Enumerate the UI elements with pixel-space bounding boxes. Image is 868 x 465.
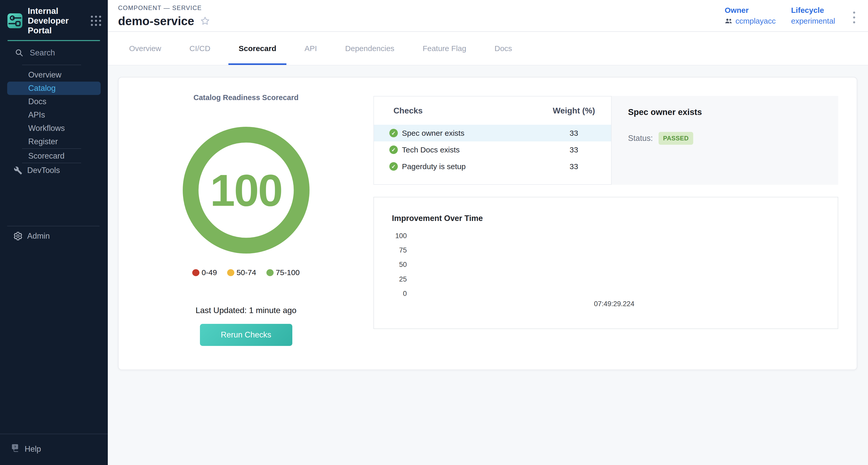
status-badge: PASSED — [658, 132, 693, 145]
sidebar-item-label: DevTools — [27, 166, 60, 175]
sidebar-nav: Overview Catalog Docs APIs Workflows Reg… — [0, 65, 108, 148]
score-value: 100 — [183, 126, 310, 254]
checks-table: Checks Weight (%) ✓ Spec owner exists 33… — [373, 96, 612, 185]
rerun-checks-button[interactable]: Rerun Checks — [200, 324, 292, 346]
check-detail-title: Spec owner exists — [628, 107, 828, 117]
wrench-icon — [13, 166, 23, 175]
gear-icon — [13, 231, 23, 241]
entity-header: COMPONENT — SERVICE demo-service Owner — [108, 0, 868, 32]
search-icon — [15, 49, 24, 57]
check-weight: 33 — [537, 146, 611, 154]
tab-feature-flag[interactable]: Feature Flag — [412, 32, 476, 65]
check-weight: 33 — [537, 129, 611, 137]
legend-dot-yellow — [227, 269, 234, 276]
x-axis-tick: 07:49:29.224 — [407, 300, 822, 308]
sidebar-nav-secondary: Scorecard — [0, 149, 108, 163]
sidebar-item-help[interactable]: ? Help — [11, 443, 101, 455]
users-icon — [725, 18, 733, 24]
sidebar-item-catalog[interactable]: Catalog — [7, 82, 101, 95]
sidebar-nav-tools: DevTools — [0, 163, 108, 177]
tab-scorecard[interactable]: Scorecard — [228, 32, 287, 65]
score-details: Checks Weight (%) ✓ Spec owner exists 33… — [373, 78, 857, 370]
sidebar: Internal Developer Portal Search Overvie… — [0, 0, 108, 465]
tab-api[interactable]: API — [294, 32, 327, 65]
check-weight: 33 — [537, 162, 611, 171]
help-label: Help — [25, 444, 41, 454]
sidebar-footer: ? Help — [0, 434, 108, 465]
kebab-menu-icon[interactable] — [850, 9, 858, 25]
y-axis-tick: 25 — [378, 275, 407, 283]
legend-item-high: 75-100 — [267, 268, 300, 277]
owner-value[interactable]: ccmplayacc — [725, 17, 776, 25]
brand-title: Internal Developer Portal — [28, 6, 84, 35]
sidebar-item-scorecard[interactable]: Scorecard — [7, 149, 101, 163]
sidebar-item-label: Admin — [27, 231, 50, 241]
sidebar-item-register[interactable]: Register — [7, 135, 101, 148]
sidebar-item-docs[interactable]: Docs — [7, 95, 101, 108]
scorecard-card: Catalog Readiness Scorecard 100 0-49 — [118, 77, 857, 370]
chart-title: Improvement Over Time — [392, 214, 483, 223]
check-circle-icon: ✓ — [389, 162, 398, 170]
sidebar-item-apis[interactable]: APIs — [7, 108, 101, 122]
tab-docs[interactable]: Docs — [484, 32, 522, 65]
sidebar-item-overview[interactable]: Overview — [7, 68, 101, 82]
breadcrumb: COMPONENT — SERVICE — [118, 4, 210, 11]
check-circle-icon: ✓ — [389, 146, 398, 154]
weight-header-label: Weight (%) — [537, 106, 611, 116]
owner-block: Owner ccmplayacc — [725, 6, 776, 25]
scorecard-title: Catalog Readiness Scorecard — [193, 93, 299, 102]
main-area: COMPONENT — SERVICE demo-service Owner — [108, 0, 868, 465]
portal-logo-icon — [7, 13, 22, 28]
check-row-spec-owner[interactable]: ✓ Spec owner exists 33 — [374, 125, 611, 142]
improvement-chart: Improvement Over Time 100 75 50 25 0 07:… — [373, 197, 838, 329]
score-gauge: 100 — [183, 126, 310, 254]
sidebar-nav-admin: Admin — [0, 226, 108, 243]
brand-row: Internal Developer Portal — [0, 0, 108, 40]
legend-item-low: 0-49 — [192, 268, 217, 277]
tab-dependencies[interactable]: Dependencies — [335, 32, 405, 65]
help-chat-icon: ? — [11, 443, 20, 455]
legend-dot-red — [192, 269, 199, 276]
checks-table-header: Checks Weight (%) — [374, 96, 611, 125]
check-detail-panel: Spec owner exists Status: PASSED — [612, 96, 838, 185]
app-root: Internal Developer Portal Search Overvie… — [0, 0, 868, 465]
svg-text:?: ? — [14, 445, 16, 449]
last-updated-text: Last Updated: 1 minute ago — [195, 306, 297, 315]
sidebar-search[interactable]: Search — [0, 41, 108, 65]
status-label: Status: — [628, 134, 653, 143]
apps-grid-icon[interactable] — [91, 16, 101, 26]
tab-overview[interactable]: Overview — [119, 32, 172, 65]
y-axis-tick: 0 — [378, 290, 407, 298]
sidebar-item-devtools[interactable]: DevTools — [7, 164, 101, 177]
score-summary: Catalog Readiness Scorecard 100 0-49 — [119, 78, 373, 370]
check-row-pagerduty[interactable]: ✓ Pagerduty is setup 33 — [374, 158, 611, 175]
page-title: demo-service — [118, 14, 194, 28]
entity-tabs: Overview CI/CD Scorecard API Dependencie… — [108, 32, 868, 65]
legend-dot-green — [267, 269, 274, 276]
y-axis-tick: 100 — [378, 232, 407, 240]
sidebar-item-admin[interactable]: Admin — [7, 229, 101, 243]
y-axis-tick: 75 — [378, 246, 407, 254]
sidebar-item-workflows[interactable]: Workflows — [7, 122, 101, 135]
legend-item-mid: 50-74 — [227, 268, 256, 277]
lifecycle-value: experimental — [791, 17, 835, 25]
lifecycle-label: Lifecycle — [791, 6, 835, 14]
search-label: Search — [30, 48, 55, 58]
check-row-tech-docs[interactable]: ✓ Tech Docs exists 33 — [374, 142, 611, 158]
tab-cicd[interactable]: CI/CD — [179, 32, 221, 65]
star-outline-icon[interactable] — [200, 16, 210, 26]
lifecycle-block: Lifecycle experimental — [791, 6, 835, 25]
owner-label: Owner — [725, 6, 776, 14]
content-area: Catalog Readiness Scorecard 100 0-49 — [108, 65, 868, 465]
y-axis-tick: 50 — [378, 261, 407, 269]
score-legend: 0-49 50-74 75-100 — [192, 268, 300, 277]
checks-header-label: Checks — [394, 106, 423, 116]
check-circle-icon: ✓ — [389, 129, 398, 137]
